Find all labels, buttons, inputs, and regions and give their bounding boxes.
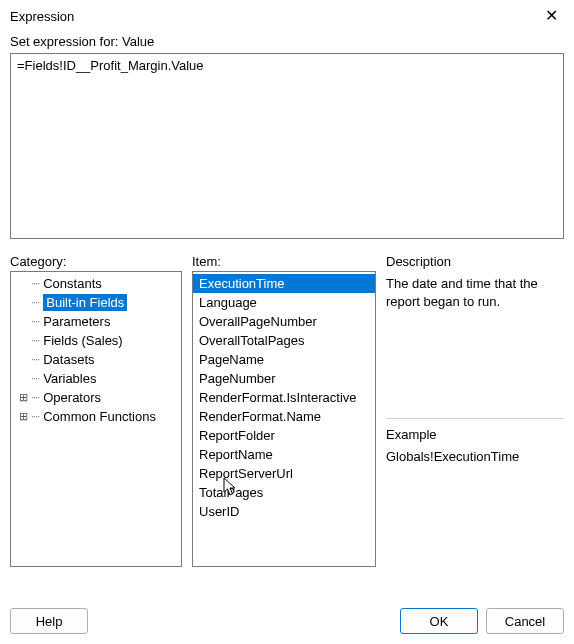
category-item[interactable]: ⊞····Operators xyxy=(11,388,181,407)
item-list-entry[interactable]: Language xyxy=(193,293,375,312)
category-item-label: Fields (Sales) xyxy=(43,332,122,349)
tree-connector: ···· xyxy=(31,294,39,311)
description-label: Description xyxy=(386,254,564,269)
dialog-footer: Help OK Cancel xyxy=(10,608,564,634)
category-item-label: Constants xyxy=(43,275,102,292)
item-list-entry[interactable]: ReportServerUrl xyxy=(193,464,375,483)
tree-connector: ···· xyxy=(31,389,39,406)
close-icon[interactable]: ✕ xyxy=(539,6,564,26)
cancel-button[interactable]: Cancel xyxy=(486,608,564,634)
category-item[interactable]: ····Variables xyxy=(11,369,181,388)
window-title: Expression xyxy=(10,9,74,24)
ok-button[interactable]: OK xyxy=(400,608,478,634)
item-list-entry[interactable]: RenderFormat.Name xyxy=(193,407,375,426)
item-list-entry[interactable]: UserID xyxy=(193,502,375,521)
expand-icon[interactable]: ⊞ xyxy=(17,408,29,425)
category-item-label: Datasets xyxy=(43,351,94,368)
titlebar: Expression ✕ xyxy=(0,0,574,30)
category-item[interactable]: ····Built-in Fields xyxy=(11,293,181,312)
tree-connector: ···· xyxy=(31,332,39,349)
item-list-entry[interactable]: PageName xyxy=(193,350,375,369)
dialog-content: Set expression for: Value Category: ····… xyxy=(0,30,574,567)
tree-connector: ···· xyxy=(31,370,39,387)
expression-textarea[interactable] xyxy=(10,53,564,239)
category-item-label: Common Functions xyxy=(43,408,156,425)
category-listbox[interactable]: ····Constants····Built-in Fields····Para… xyxy=(10,271,182,567)
item-list-entry[interactable]: ReportName xyxy=(193,445,375,464)
item-list-entry[interactable]: OverallPageNumber xyxy=(193,312,375,331)
info-column: Description The date and time that the r… xyxy=(386,254,564,567)
divider xyxy=(386,418,564,419)
category-label: Category: xyxy=(10,254,182,269)
description-text: The date and time that the report began … xyxy=(386,275,564,310)
item-list-entry[interactable]: RenderFormat.IsInteractive xyxy=(193,388,375,407)
category-item[interactable]: ⊞····Common Functions xyxy=(11,407,181,426)
category-item[interactable]: ····Parameters xyxy=(11,312,181,331)
category-column: Category: ····Constants····Built-in Fiel… xyxy=(10,254,182,567)
category-item[interactable]: ····Datasets xyxy=(11,350,181,369)
item-list-entry[interactable]: PageNumber xyxy=(193,369,375,388)
tree-connector: ···· xyxy=(31,408,39,425)
set-expression-label: Set expression for: Value xyxy=(10,34,564,49)
description-section: Description The date and time that the r… xyxy=(386,254,564,402)
item-list-entry[interactable]: ReportFolder xyxy=(193,426,375,445)
category-item[interactable]: ····Constants xyxy=(11,274,181,293)
category-item-label: Built-in Fields xyxy=(43,294,127,311)
help-button[interactable]: Help xyxy=(10,608,88,634)
item-list-entry[interactable]: TotalPages xyxy=(193,483,375,502)
category-item[interactable]: ····Fields (Sales) xyxy=(11,331,181,350)
item-column: Item: ExecutionTimeLanguageOverallPageNu… xyxy=(192,254,376,567)
footer-right: OK Cancel xyxy=(400,608,564,634)
item-label: Item: xyxy=(192,254,376,269)
tree-connector: ···· xyxy=(31,313,39,330)
tree-connector: ···· xyxy=(31,351,39,368)
category-item-label: Parameters xyxy=(43,313,110,330)
example-section: Example Globals!ExecutionTime xyxy=(386,427,564,466)
category-item-label: Operators xyxy=(43,389,101,406)
item-list-entry[interactable]: ExecutionTime xyxy=(193,274,375,293)
item-list-entry[interactable]: OverallTotalPages xyxy=(193,331,375,350)
example-label: Example xyxy=(386,427,564,442)
expand-icon[interactable]: ⊞ xyxy=(17,389,29,406)
item-listbox[interactable]: ExecutionTimeLanguageOverallPageNumberOv… xyxy=(192,271,376,567)
panels: Category: ····Constants····Built-in Fiel… xyxy=(10,254,564,567)
category-item-label: Variables xyxy=(43,370,96,387)
tree-connector: ···· xyxy=(31,275,39,292)
example-text: Globals!ExecutionTime xyxy=(386,448,564,466)
